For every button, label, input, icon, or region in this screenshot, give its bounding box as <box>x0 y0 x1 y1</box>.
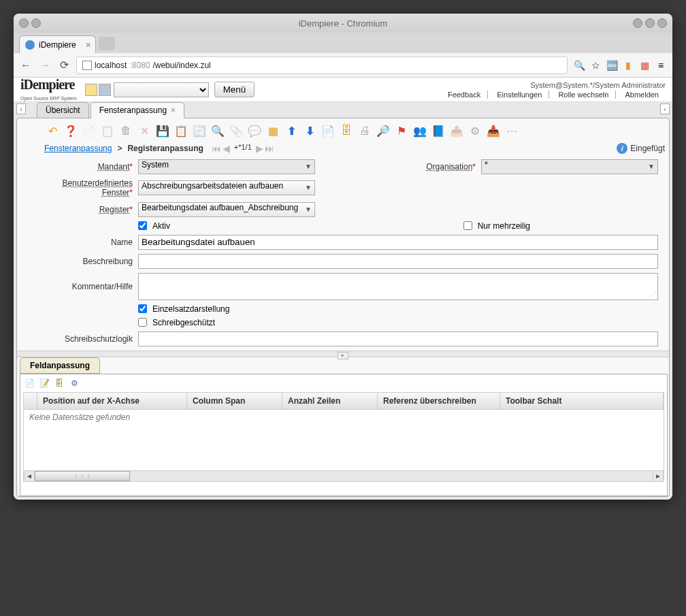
grid-col-check[interactable] <box>24 393 37 409</box>
browser-tab[interactable]: iDempiere × <box>19 35 96 53</box>
change-role-link[interactable]: Rolle wechseln <box>551 91 616 99</box>
sub-new-icon[interactable]: 📄 <box>23 377 35 389</box>
new-record-icon[interactable] <box>85 84 97 96</box>
schreibgesch-label: Schreibgeschützt <box>152 318 215 327</box>
next-record-icon[interactable]: ▶ <box>256 143 263 154</box>
os-pin-icon[interactable] <box>31 18 41 28</box>
export-icon[interactable]: 📤 <box>448 123 465 139</box>
request-icon[interactable]: 👥 <box>412 123 428 139</box>
ext2-icon[interactable]: ▦ <box>638 59 651 71</box>
grid-col-span[interactable]: Column Span <box>187 393 282 409</box>
grid-toggle-icon[interactable]: ▦ <box>265 123 281 139</box>
tab-fensteranpassung[interactable]: Fensteranpassung× <box>91 102 184 118</box>
breadcrumb-link[interactable]: Fensteranpassung <box>44 144 112 153</box>
reload-button[interactable]: ⟳ <box>57 59 71 72</box>
save-new-icon[interactable]: 📋 <box>173 123 189 139</box>
new-icon[interactable]: 📄 <box>81 123 97 139</box>
minimize-icon[interactable] <box>633 18 642 28</box>
expand-west-icon[interactable]: › <box>16 103 26 114</box>
find-icon[interactable]: 🔍 <box>210 123 226 139</box>
einzelsatz-label: Einzelsatzdarstellung <box>152 304 229 314</box>
zoom-across-icon[interactable]: 🔎 <box>375 123 391 139</box>
close-window-icon[interactable] <box>657 18 667 28</box>
more-icon[interactable]: ⋯ <box>504 123 520 139</box>
grid-col-toolbar[interactable]: Toolbar Schalt <box>500 393 664 409</box>
record-page: +*1/1 <box>234 143 252 154</box>
settings-link[interactable]: Einstellungen <box>490 91 549 99</box>
organisation-label: Organisation <box>419 162 476 172</box>
forward-button[interactable]: → <box>38 59 52 72</box>
splitter[interactable]: ▾ <box>17 351 669 357</box>
maximize-icon[interactable] <box>645 18 655 28</box>
logout-link[interactable]: Abmelden <box>618 91 666 99</box>
close-tab-icon[interactable]: × <box>171 106 176 115</box>
grid-col-position[interactable]: Position auf der X-Achse <box>37 393 187 409</box>
aktiv-checkbox[interactable] <box>138 221 147 230</box>
breadcrumb: Fensteranpassung > Registeranpassung ⏮ ◀… <box>44 143 665 154</box>
copy-icon[interactable]: 📋 <box>99 123 116 139</box>
back-button[interactable]: ← <box>19 59 33 72</box>
workflow-icon[interactable]: ⚑ <box>393 123 410 139</box>
new-tab-button[interactable] <box>99 37 115 50</box>
refresh-icon[interactable]: 🔄 <box>191 123 208 139</box>
breadcrumb-current: Registeranpassung <box>127 144 203 153</box>
grid-col-ref[interactable]: Referenz überschreiben <box>378 393 500 409</box>
prev-record-icon[interactable]: ◀ <box>223 143 230 154</box>
sub-save-icon[interactable]: 🗄 <box>53 377 65 389</box>
schreibgesch-checkbox[interactable] <box>138 318 147 327</box>
open-icon[interactable] <box>99 84 111 96</box>
tab-label: Fensteranpassung <box>99 106 167 115</box>
einzelsatz-checkbox[interactable] <box>138 304 147 313</box>
mandant-select[interactable]: System▼ <box>138 159 315 174</box>
header-select[interactable] <box>114 82 209 97</box>
archive-icon[interactable]: 🗄 <box>338 123 355 139</box>
chat-icon[interactable]: 💬 <box>246 123 263 139</box>
close-tab-icon[interactable]: × <box>86 39 91 50</box>
detail-icon[interactable]: ⬇ <box>301 123 318 139</box>
parent-icon[interactable]: ⬆ <box>283 123 299 139</box>
scroll-left-icon[interactable]: ◂ <box>24 471 35 481</box>
scroll-right-icon[interactable]: ▸ <box>653 471 664 481</box>
undo-icon[interactable]: ↶ <box>44 123 61 139</box>
customize-icon[interactable]: 📥 <box>485 123 502 139</box>
last-record-icon[interactable]: ⏭ <box>265 143 274 154</box>
scroll-thumb[interactable]: ⋮⋮⋮ <box>35 471 130 481</box>
attach-icon[interactable]: 📎 <box>228 123 244 139</box>
report-icon[interactable]: 📄 <box>320 123 336 139</box>
menu-icon[interactable]: ≡ <box>655 59 667 71</box>
translate-icon[interactable]: 🔤 <box>606 59 618 71</box>
delete-x-icon[interactable]: ✕ <box>136 123 152 139</box>
schreibschutz-input[interactable] <box>138 331 658 346</box>
name-input[interactable] <box>138 235 658 250</box>
os-menu-icon[interactable] <box>19 18 29 28</box>
help-icon[interactable]: ❓ <box>63 123 79 139</box>
sub-edit-icon[interactable]: 📝 <box>38 377 50 389</box>
zoom-icon[interactable]: 🔍 <box>573 59 585 71</box>
kommentar-textarea[interactable]: ⋰ <box>138 273 658 300</box>
menu-button[interactable]: Menü <box>214 82 255 97</box>
tab-overview[interactable]: Übersicht <box>37 102 89 118</box>
print-icon[interactable]: 🖨 <box>357 123 373 139</box>
subtab-feldanpassung[interactable]: Feldanpassung <box>20 357 100 374</box>
delete-icon[interactable]: 🗑 <box>118 123 134 139</box>
fenster-select[interactable]: Abschreibungsarbeitsdateien aufbauen▼ <box>138 180 315 195</box>
main-toolbar: ↶ ❓ 📄 📋 🗑 ✕ 💾 📋 🔄 🔍 📎 💬 ▦ ⬆ ⬇ 📄 🗄 🖨 🔎 <box>44 123 665 139</box>
mehrzeilig-checkbox[interactable] <box>463 221 472 230</box>
browser-tab-strip: iDempiere × <box>14 33 672 53</box>
ext1-icon[interactable]: ▮ <box>622 59 634 71</box>
sub-process-icon[interactable]: ⚙ <box>68 377 80 389</box>
product-icon[interactable]: 📘 <box>430 123 446 139</box>
first-record-icon[interactable]: ⏮ <box>212 143 221 154</box>
grid-hscroll[interactable]: ◂ ⋮⋮⋮ ▸ <box>23 471 664 482</box>
address-bar[interactable]: localhost:8080/webui/index.zul <box>76 56 568 74</box>
save-icon[interactable]: 💾 <box>154 123 171 139</box>
grid-col-rows[interactable]: Anzahl Zeilen <box>282 393 378 409</box>
bookmark-icon[interactable]: ☆ <box>589 59 602 71</box>
process-icon[interactable]: ⚙ <box>467 123 483 139</box>
register-select[interactable]: Bearbeitungsdatei aufbauen_Abschreibung▼ <box>138 202 315 217</box>
expand-east-icon[interactable]: ‹ <box>660 103 670 114</box>
organisation-select[interactable]: *▼ <box>481 159 658 174</box>
app-header: iDempiere Open Source ERP System Menü Sy… <box>14 78 672 102</box>
feedback-link[interactable]: Feedback <box>441 91 488 99</box>
beschreibung-input[interactable] <box>138 254 658 269</box>
